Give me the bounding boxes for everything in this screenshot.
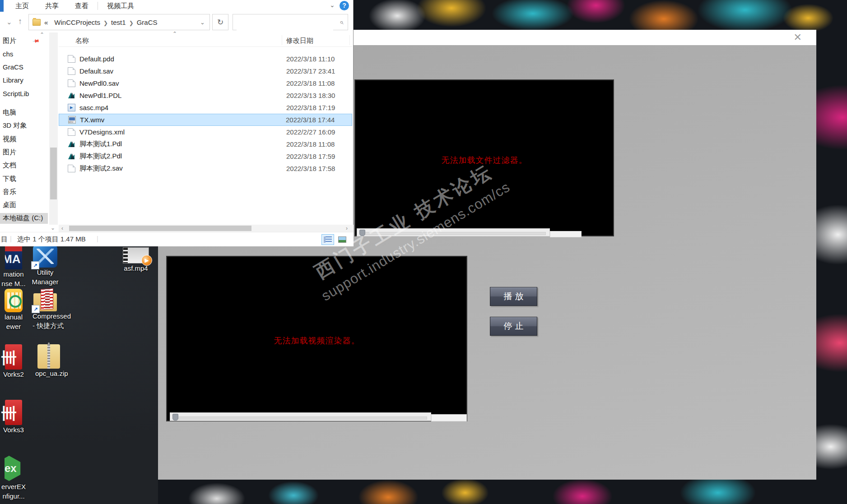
file-row-脚本测试2.sav[interactable]: 脚本测试2.sav2022/3/18 17:58 bbox=[59, 162, 352, 175]
file-name: 脚本测试2.Pdl bbox=[79, 152, 286, 161]
desktop-icon-erverEX[interactable]: exerverEXnfigur... bbox=[0, 455, 27, 501]
file-date-modified: 2022/3/17 23:41 bbox=[286, 67, 352, 75]
video1-seek-thumb[interactable] bbox=[359, 230, 365, 236]
desktop-icon-Utility[interactable]: ↗UtilityManager bbox=[32, 245, 59, 287]
desktop-icon-asf.mp4[interactable]: ▶asf.mp4 bbox=[120, 247, 152, 273]
desktop-icon-label: nse M... bbox=[0, 279, 27, 288]
manual-viewer-icon bbox=[5, 289, 23, 312]
file-menu-edge[interactable] bbox=[0, 0, 4, 12]
desktop-icon-mation[interactable]: MAmationnse M... bbox=[0, 246, 27, 288]
desktop-icon-label: - 快捷方式 bbox=[33, 321, 60, 330]
icon-glyph-text: MA bbox=[5, 252, 20, 266]
doc-file-icon bbox=[68, 128, 75, 136]
file-date-modified: 2022/3/18 11:10 bbox=[286, 55, 352, 63]
file-row-V7Designs.xml[interactable]: V7Designs.xml2022/2/27 16:09 bbox=[59, 126, 352, 138]
sidebar-item-3D 对象[interactable]: 3D 对象 bbox=[0, 120, 48, 131]
crumb-test1[interactable]: test1 bbox=[111, 18, 126, 26]
folder-icon bbox=[33, 19, 41, 26]
file-date-modified: 2022/3/18 11:08 bbox=[286, 79, 352, 87]
hscroll-left-icon[interactable]: ‹ bbox=[61, 225, 63, 231]
breadcrumb: WinCCProjects❯test1❯GraCS bbox=[54, 18, 157, 26]
ribbon-tabs: 主页共享查看视频工具 bbox=[7, 0, 142, 12]
file-row-脚本测试1.Pdl[interactable]: 脚本测试1.Pdl2022/3/18 11:08 bbox=[59, 138, 352, 150]
video1-seekbar[interactable] bbox=[357, 228, 550, 236]
icon-glyph-text: 卌 bbox=[1, 403, 17, 424]
horizontal-scrollbar[interactable] bbox=[59, 225, 354, 232]
file-row-Default.sav[interactable]: Default.sav2022/3/17 23:41 bbox=[59, 65, 352, 77]
thumbnail-view-button[interactable] bbox=[336, 234, 349, 245]
up-icon[interactable]: ↑ bbox=[18, 17, 22, 26]
desktop-icon-label: opc_ua.zip bbox=[35, 369, 62, 378]
sidebar-item-文档[interactable]: 文档 bbox=[0, 160, 48, 171]
address-dropdown-icon[interactable]: ⌄ bbox=[200, 19, 209, 26]
search-input[interactable] bbox=[237, 15, 333, 30]
hscroll-thumb[interactable] bbox=[69, 226, 251, 231]
play-button[interactable]: 播放 bbox=[490, 287, 537, 306]
sidebar-item-本地磁盘 (C:)[interactable]: 本地磁盘 (C:) bbox=[0, 213, 48, 224]
sidebar-item-音乐[interactable]: 音乐 bbox=[0, 186, 48, 197]
sidebar-item-视频[interactable]: 视频 bbox=[0, 134, 48, 144]
file-row-TX.wmv[interactable]: TX.wmv2022/3/18 17:44 bbox=[59, 114, 352, 126]
file-row-Default.pdd[interactable]: Default.pdd2022/3/18 11:10 bbox=[59, 53, 352, 65]
column-separator[interactable] bbox=[282, 35, 282, 45]
sidebar-item-桌面[interactable]: 桌面 bbox=[0, 200, 48, 211]
file-date-modified: 2022/3/18 17:59 bbox=[286, 153, 352, 160]
magnifier-icon bbox=[9, 295, 22, 308]
file-date-modified: 2022/3/18 11:08 bbox=[286, 140, 352, 148]
header-underline bbox=[59, 46, 352, 47]
desktop-icon-Vorks2[interactable]: 卌Vorks2 bbox=[0, 344, 27, 379]
desktop-icon-Compressed[interactable]: ↗Compressed- 快捷方式 bbox=[33, 289, 60, 330]
back-history-icon[interactable]: ⌄ bbox=[6, 18, 12, 26]
status-bar: 目 | 选中 1 个项目 1.47 MB | bbox=[0, 232, 354, 246]
desktop-icon-Vorks3[interactable]: 卌Vorks3 bbox=[0, 400, 27, 435]
close-icon[interactable]: ✕ bbox=[794, 32, 802, 43]
video2-seekbar-end bbox=[431, 414, 467, 421]
tab-视频工具[interactable]: 视频工具 bbox=[99, 2, 142, 10]
sidebar-scroll-up-icon[interactable]: ⌃ bbox=[40, 32, 44, 38]
crumb-WinCCProjects[interactable]: WinCCProjects bbox=[54, 18, 100, 26]
sidebar-scrollbar[interactable] bbox=[49, 32, 58, 225]
column-separator[interactable] bbox=[349, 35, 350, 45]
sidebar-item-图片[interactable]: 图片 bbox=[0, 147, 48, 157]
tab-查看[interactable]: 查看 bbox=[67, 2, 97, 10]
doc-file-icon bbox=[68, 67, 75, 75]
details-view-button[interactable] bbox=[321, 234, 334, 245]
video2-seek-thumb[interactable] bbox=[172, 414, 178, 421]
sidebar-item-Library[interactable]: Library bbox=[0, 75, 48, 86]
desktop-icon-lanual[interactable]: lanualewer bbox=[0, 289, 27, 331]
sidebar-item-ScriptLib[interactable]: ScriptLib bbox=[0, 88, 48, 99]
doc-file-icon bbox=[68, 55, 75, 63]
desktop-icon-label: lanual bbox=[0, 312, 27, 322]
column-name[interactable]: 名称 bbox=[75, 37, 89, 45]
search-box[interactable]: ⌕ bbox=[233, 14, 348, 30]
file-list: Default.pdd2022/3/18 11:10Default.sav202… bbox=[59, 51, 352, 224]
file-row-sasc.mp4[interactable]: sasc.mp42022/3/18 17:19 bbox=[59, 102, 352, 114]
sidebar-item-电脑[interactable]: 电脑 bbox=[0, 107, 48, 118]
hscroll-right-icon[interactable]: › bbox=[346, 225, 348, 231]
crumb-GraCS[interactable]: GraCS bbox=[137, 18, 158, 26]
file-date-modified: 2022/3/18 17:58 bbox=[286, 165, 352, 172]
file-row-NewPdl0.sav[interactable]: NewPdl0.sav2022/3/18 11:08 bbox=[59, 77, 352, 89]
sidebar-scroll-down-icon[interactable]: ⌄ bbox=[51, 225, 55, 231]
help-icon[interactable]: ? bbox=[340, 1, 349, 10]
sidebar-item-下载[interactable]: 下载 bbox=[0, 173, 48, 184]
sidebar-item-chs[interactable]: chs bbox=[0, 48, 48, 59]
column-date-modified[interactable]: 修改日期 bbox=[286, 37, 313, 45]
sidebar-scroll-thumb[interactable] bbox=[50, 148, 57, 199]
works3-icon: 卌 bbox=[5, 400, 22, 425]
address-bar[interactable]: « WinCCProjects❯test1❯GraCS ⌄ bbox=[28, 14, 210, 30]
stop-button[interactable]: 停止 bbox=[490, 317, 537, 336]
search-icon[interactable]: ⌕ bbox=[340, 18, 343, 26]
icon-glyph-text: 卌 bbox=[1, 348, 17, 369]
desktop-icon-opc_ua.zip[interactable]: opc_ua.zip bbox=[35, 344, 62, 378]
file-row-脚本测试2.Pdl[interactable]: 脚本测试2.Pdl2022/3/18 17:59 bbox=[59, 150, 352, 162]
breadcrumb-prefix[interactable]: « bbox=[44, 18, 48, 26]
refresh-icon[interactable]: ↻ bbox=[212, 14, 228, 30]
video2-seekbar[interactable] bbox=[170, 412, 431, 421]
tab-共享[interactable]: 共享 bbox=[37, 2, 67, 10]
sidebar-item-GraCS[interactable]: GraCS bbox=[0, 62, 48, 73]
tab-主页[interactable]: 主页 bbox=[7, 2, 37, 10]
status-selection-text: 选中 1 个项目 1.47 MB bbox=[17, 235, 86, 244]
chevron-down-icon[interactable]: ⌄ bbox=[330, 1, 335, 9]
file-row-NewPdl1.PDL[interactable]: NewPdl1.PDL2022/3/13 18:30 bbox=[59, 89, 352, 102]
